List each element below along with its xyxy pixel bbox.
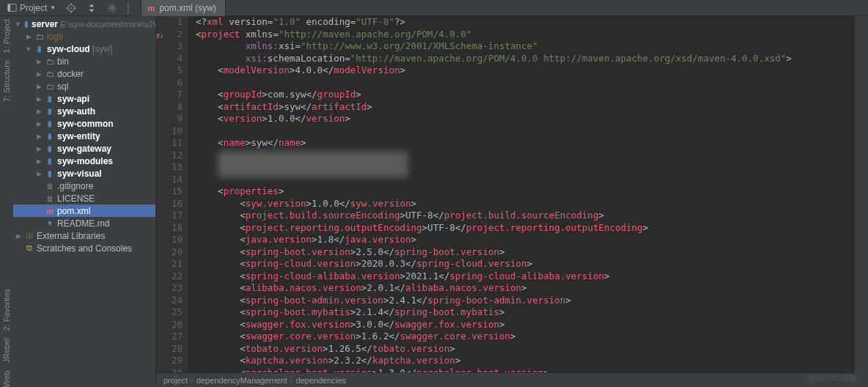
tree-row[interactable]: ▮syw-cloud [syw] xyxy=(13,43,155,55)
tree-row[interactable]: ▮syw-common xyxy=(13,117,155,130)
chevron-right-icon: › xyxy=(290,376,293,385)
crumb[interactable]: dependencies xyxy=(296,376,347,385)
node-label: Scratches and Consoles xyxy=(37,243,132,254)
crumb[interactable]: dependencyManagement xyxy=(196,376,287,385)
expand-arrow-icon[interactable] xyxy=(35,83,43,90)
node-icon: ▮ xyxy=(45,94,55,104)
target-icon[interactable] xyxy=(63,1,79,15)
code-body[interactable]: <?xml version="1.0" encoding="UTF-8"?><p… xyxy=(188,16,855,372)
editor-tabs: m pom.xml (syw) xyxy=(136,0,864,15)
node-icon: m xyxy=(45,206,55,216)
node-icon: ▮ xyxy=(45,106,55,117)
chevron-right-icon: › xyxy=(191,376,194,385)
breadcrumb[interactable]: project › dependencyManagement › depende… xyxy=(156,372,855,387)
tree-row[interactable]: ▮syw-visual xyxy=(13,167,155,180)
line-gutter: 1m↓2345678910111213141516171819202122232… xyxy=(156,16,188,372)
node-label: .gitignore xyxy=(57,181,93,191)
node-icon: ▮ xyxy=(45,119,55,129)
tree-row[interactable]: ⧉Scratches and Consoles xyxy=(13,242,155,254)
node-label: syw-cloud [syw] xyxy=(47,44,112,54)
expand-arrow-icon[interactable] xyxy=(35,58,43,65)
rail-jrebel[interactable]: JRebel xyxy=(2,338,11,363)
rail-project[interactable]: 1: Project xyxy=(2,19,11,53)
project-dropdown[interactable]: Project ▼ xyxy=(4,1,59,15)
node-icon: 🗀 xyxy=(45,56,55,67)
node-icon: ▼ xyxy=(45,218,55,229)
node-icon: ▮ xyxy=(45,169,55,179)
tool-window-left-rail: 1: Project 7: Structure 2: Favorites JRe… xyxy=(0,16,13,387)
rail-favorites[interactable]: 2: Favorites xyxy=(2,289,11,331)
rail-web[interactable]: Web xyxy=(2,371,11,387)
expand-arrow-icon[interactable] xyxy=(15,232,22,240)
node-label: syw-api xyxy=(57,94,89,104)
expand-arrow-icon[interactable] xyxy=(25,33,32,40)
tree-row[interactable]: mpom.xml xyxy=(13,204,155,217)
node-label: sql xyxy=(57,81,68,92)
expand-arrow-icon[interactable] xyxy=(35,70,43,78)
expand-arrow-icon[interactable] xyxy=(35,120,43,128)
tree-row[interactable]: ▮syw-auth xyxy=(13,105,155,117)
node-icon: ▮ xyxy=(45,144,55,154)
expand-arrow-icon[interactable] xyxy=(15,21,21,28)
tool-window-right-rail xyxy=(855,16,868,387)
file-tab-label: pom.xml (syw) xyxy=(159,3,216,13)
node-label: README.md xyxy=(57,218,109,229)
project-panel-icon xyxy=(7,3,17,12)
expand-arrow-icon[interactable] xyxy=(25,45,32,53)
tree-row[interactable]: ▼README.md xyxy=(13,217,155,229)
expand-arrow-icon[interactable] xyxy=(35,158,43,165)
tree-row[interactable]: ▮syw-entity xyxy=(13,130,155,142)
expand-arrow-icon[interactable] xyxy=(35,133,43,140)
node-label: syw-gateway xyxy=(57,144,111,154)
project-tree[interactable]: ▮server E:\syw-document\trunk\v2\🗀logs▮s… xyxy=(13,16,155,387)
editor-pane: 1m↓2345678910111213141516171819202122232… xyxy=(156,16,855,387)
tree-row[interactable]: ▮syw-modules xyxy=(13,155,155,167)
node-icon: 🗀 xyxy=(34,32,45,42)
node-icon: ▮ xyxy=(34,44,45,54)
node-label: logs xyxy=(47,32,63,42)
node-label: syw-common xyxy=(57,119,114,129)
tree-row[interactable]: 🗀bin xyxy=(13,55,155,67)
expand-all-icon[interactable] xyxy=(84,1,100,15)
expand-arrow-icon[interactable] xyxy=(35,170,43,177)
node-icon: �⃞ xyxy=(24,231,34,241)
node-icon: ⧉ xyxy=(24,243,34,254)
tree-row[interactable]: 🗀sql xyxy=(13,80,155,92)
node-label: server E:\syw-document\trunk\v2\ xyxy=(32,19,155,29)
svg-rect-1 xyxy=(8,4,10,12)
node-icon: 🗀 xyxy=(45,81,55,92)
chevron-down-icon: ▼ xyxy=(50,4,56,11)
tree-row[interactable]: 🗀logs xyxy=(13,30,155,43)
tree-row[interactable]: ▮syw-api xyxy=(13,92,155,105)
node-label: syw-entity xyxy=(57,131,100,141)
tree-row[interactable]: 🗀docker xyxy=(13,67,155,80)
node-icon: 🗎 xyxy=(45,181,55,191)
tree-row[interactable]: ▮server E:\syw-document\trunk\v2\ xyxy=(13,18,155,30)
node-icon: 🗎 xyxy=(45,194,55,204)
tree-row[interactable]: 🗎.gitignore xyxy=(13,180,155,192)
rail-structure[interactable]: 7: Structure xyxy=(2,60,11,102)
node-label: bin xyxy=(57,56,69,67)
tree-row[interactable]: �⃞External Libraries xyxy=(13,229,155,242)
svg-point-3 xyxy=(70,7,72,9)
expand-arrow-icon[interactable] xyxy=(35,108,43,115)
tree-row[interactable]: ▮syw-gateway xyxy=(13,142,155,155)
svg-point-8 xyxy=(111,6,114,9)
node-icon: ▮ xyxy=(23,19,29,29)
node-icon: ▮ xyxy=(45,156,55,166)
crumb[interactable]: project xyxy=(163,376,188,385)
node-label: pom.xml xyxy=(57,206,90,216)
node-label: External Libraries xyxy=(37,231,105,241)
file-tab-pom[interactable]: m pom.xml (syw) xyxy=(141,0,225,16)
node-label: syw-modules xyxy=(57,156,113,166)
settings-icon[interactable] xyxy=(104,1,120,15)
project-dropdown-label: Project xyxy=(20,3,47,13)
tree-row[interactable]: 🗎LICENSE xyxy=(13,192,155,204)
node-icon: 🗀 xyxy=(45,69,55,79)
maven-icon: m xyxy=(147,2,155,14)
expand-arrow-icon[interactable] xyxy=(35,95,43,103)
node-label: syw-visual xyxy=(57,169,102,179)
node-label: LICENSE xyxy=(57,194,95,204)
node-icon: ▮ xyxy=(45,131,55,141)
expand-arrow-icon[interactable] xyxy=(35,145,43,152)
